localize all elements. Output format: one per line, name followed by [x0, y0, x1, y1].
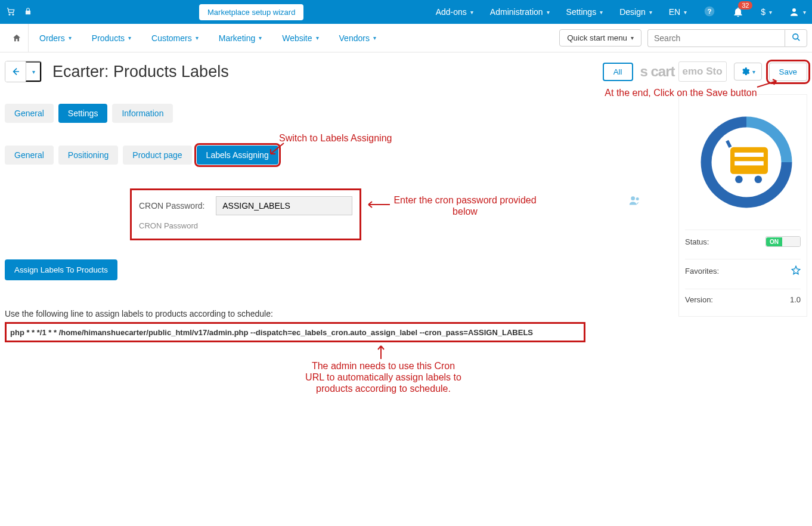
cron-command-text: php * * */1 * * /home/himanshuecarter/pu…	[10, 328, 533, 337]
cart-icon[interactable]	[6, 7, 16, 18]
caret-icon: ▾	[649, 9, 652, 16]
caret-icon: ▾	[32, 69, 35, 75]
main-column: General Settings Information Switch to L…	[5, 94, 661, 414]
gear-button[interactable]: ▾	[734, 63, 762, 81]
title-row: ▾ Ecarter: Products Labels All s cart em…	[0, 52, 812, 94]
caret-icon: ▾	[196, 35, 199, 41]
nav-customers[interactable]: Customers▾	[151, 33, 199, 43]
svg-rect-8	[730, 147, 768, 174]
lock-icon[interactable]	[24, 7, 32, 17]
svg-point-5	[792, 33, 798, 39]
cron-help-text: Use the following line to assign labels …	[5, 309, 661, 318]
caret-icon: ▾	[259, 35, 262, 41]
caret-icon: ▾	[803, 9, 806, 16]
save-button[interactable]: Save	[769, 63, 807, 81]
toggle-off-track	[782, 237, 800, 246]
favorites-row: Favorites:	[685, 259, 801, 283]
addon-card: Status: ON Favorites: Version: 1.0	[678, 94, 807, 317]
version-label: Version:	[685, 295, 713, 304]
notifications-icon[interactable]: 32	[732, 6, 744, 18]
back-dropdown[interactable]: ▾	[26, 61, 41, 82]
nav-marketing[interactable]: Marketing▾	[219, 33, 262, 43]
status-toggle[interactable]: ON	[765, 236, 801, 247]
users-icon[interactable]	[629, 195, 641, 209]
subtab-positioning[interactable]: Positioning	[58, 146, 119, 165]
topnav-administration[interactable]: Administration▾	[490, 7, 550, 17]
topnav-settings[interactable]: Settings▾	[566, 7, 603, 17]
status-row: Status: ON	[685, 230, 801, 253]
notification-badge: 32	[738, 1, 752, 10]
version-row: Version: 1.0	[685, 289, 801, 310]
topnav-addons[interactable]: Add-ons▾	[436, 7, 473, 17]
annotation-save-hint: At the end, Click on the Save button	[603, 87, 758, 98]
page-title: Ecarter: Products Labels	[52, 63, 229, 81]
navbar-menu: Orders▾ Products▾ Customers▾ Marketing▾ …	[39, 33, 376, 43]
caret-icon: ▾	[600, 9, 603, 16]
tab-settings[interactable]: Settings	[58, 104, 108, 123]
search-group	[647, 29, 807, 47]
marketplace-wizard-button[interactable]: Marketplace setup wizard	[199, 4, 303, 20]
subtab-product-page[interactable]: Product page	[123, 146, 191, 165]
arrow-icon	[365, 200, 391, 209]
status-label: Status:	[685, 237, 709, 246]
svg-point-7	[636, 197, 639, 200]
caret-icon: ▾	[769, 9, 772, 16]
nav-vendors[interactable]: Vendors▾	[339, 33, 376, 43]
help-icon[interactable]: ?	[703, 5, 715, 19]
svg-text:?: ?	[708, 7, 712, 15]
svg-point-11	[735, 176, 743, 184]
version-value: 1.0	[790, 295, 801, 304]
search-input[interactable]	[647, 29, 785, 47]
caret-icon: ▾	[631, 35, 634, 41]
addon-logo	[685, 101, 808, 224]
arrow-left-icon	[11, 67, 20, 76]
svg-point-0	[9, 14, 10, 15]
tab-information[interactable]: Information	[112, 104, 173, 123]
back-button-group: ▾	[5, 61, 42, 82]
topnav-language[interactable]: EN▾	[669, 7, 687, 17]
title-actions: All s cart emo Sto ▾ Save	[603, 61, 807, 82]
caret-icon: ▾	[69, 35, 72, 41]
back-button[interactable]	[5, 61, 26, 82]
caret-icon: ▾	[128, 35, 131, 41]
home-icon[interactable]	[5, 24, 29, 52]
svg-point-4	[792, 8, 796, 12]
nav-website[interactable]: Website▾	[282, 33, 318, 43]
topnav-design[interactable]: Design▾	[619, 7, 652, 17]
primary-tabs: General Settings Information	[5, 104, 661, 123]
subtab-labels-assigning[interactable]: Labels Assigning	[197, 146, 278, 165]
cron-password-label: CRON Password:	[139, 201, 210, 211]
tab-general[interactable]: General	[5, 104, 54, 123]
toggle-on-label: ON	[766, 237, 782, 246]
gear-icon	[740, 67, 750, 76]
main-wrap: General Settings Information Switch to L…	[0, 94, 812, 438]
svg-point-1	[13, 14, 14, 15]
caret-icon: ▾	[373, 35, 376, 41]
all-button[interactable]: All	[603, 63, 633, 81]
cron-password-input[interactable]	[216, 196, 352, 215]
topbar-left	[6, 7, 32, 18]
cron-password-hint: CRON Password	[139, 221, 352, 230]
navbar-right: Quick start menu▾	[559, 29, 807, 47]
subtab-general[interactable]: General	[5, 146, 54, 165]
search-button[interactable]	[785, 29, 807, 47]
sidebar: Status: ON Favorites: Version: 1.0	[670, 94, 807, 414]
caret-icon: ▾	[316, 35, 319, 41]
caret-icon: ▾	[684, 9, 687, 16]
search-icon	[792, 33, 801, 42]
star-icon[interactable]	[791, 265, 801, 277]
svg-point-6	[631, 196, 635, 200]
assign-labels-button[interactable]: Assign Labels To Products	[5, 259, 117, 280]
cron-password-box: CRON Password: CRON Password	[130, 188, 361, 240]
favorites-label: Favorites:	[685, 267, 719, 276]
cron-password-row: CRON Password:	[139, 196, 352, 215]
topbar: Marketplace setup wizard Add-ons▾ Admini…	[0, 0, 812, 24]
caret-icon: ▾	[547, 9, 550, 16]
nav-orders[interactable]: Orders▾	[39, 33, 72, 43]
quick-start-menu[interactable]: Quick start menu▾	[559, 29, 641, 47]
topnav-currency[interactable]: $▾	[761, 7, 772, 17]
watermark-text: emo Sto	[678, 61, 727, 82]
caret-icon: ▾	[470, 9, 473, 16]
topnav-user[interactable]: ▾	[789, 7, 806, 17]
nav-products[interactable]: Products▾	[92, 33, 131, 43]
